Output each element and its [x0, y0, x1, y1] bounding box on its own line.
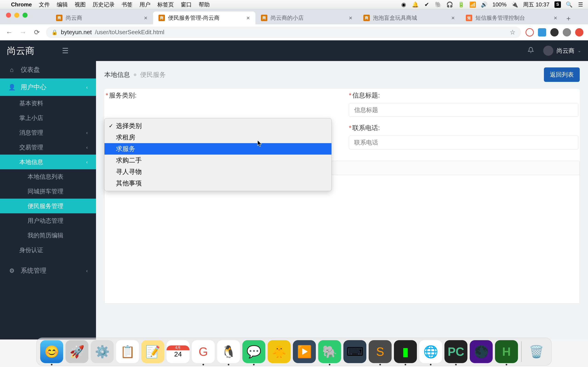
headphones-icon[interactable]: 🎧: [447, 1, 453, 8]
forward-button[interactable]: →: [18, 28, 27, 37]
list-icon[interactable]: ☰: [578, 1, 584, 8]
address-field[interactable]: 🔒 byteyun.net/user/toUserSeekEdit.html ☆: [46, 27, 521, 38]
tab-close-icon[interactable]: ×: [554, 15, 557, 22]
dropdown-item-2[interactable]: 求服务: [104, 143, 331, 155]
dock-terminal-like-icon[interactable]: ⌨: [343, 340, 366, 363]
dock-launchpad-icon[interactable]: 🚀: [65, 340, 88, 363]
back-button[interactable]: ←: [5, 28, 14, 37]
sidebar-item-msg-mgmt[interactable]: 消息管理 ‹: [0, 125, 96, 140]
hamburger-icon[interactable]: ☰: [62, 46, 69, 55]
menubar-tabs[interactable]: 标签页: [157, 1, 174, 8]
info-title-input[interactable]: [349, 103, 578, 117]
required-icon: *: [106, 92, 108, 99]
menubar-history[interactable]: 历史记录: [93, 1, 115, 8]
dock-pdf-icon[interactable]: G: [192, 340, 215, 363]
dock-calendar-icon[interactable]: 4月24: [166, 340, 190, 363]
sidebar-item-civic-service[interactable]: 便民服务管理: [0, 199, 96, 213]
ext-icon-1[interactable]: [526, 28, 534, 36]
reload-button[interactable]: ⟳: [32, 28, 41, 37]
ext-icon-2[interactable]: [538, 28, 546, 36]
minimize-window-icon[interactable]: [14, 13, 19, 18]
dropdown-item-3[interactable]: 求购二手: [104, 155, 331, 166]
menubar-edit[interactable]: 编辑: [57, 1, 68, 8]
menubar-bookmarks[interactable]: 书签: [121, 1, 132, 8]
dropdown-item-4[interactable]: 寻人寻物: [104, 166, 331, 177]
profile-icon[interactable]: [563, 28, 571, 36]
sidebar-item-dashboard[interactable]: ⌂ 仪表盘: [0, 61, 96, 78]
dock-eclipse-icon[interactable]: 🌑: [470, 340, 493, 363]
menubar-window[interactable]: 窗口: [181, 1, 192, 8]
form-col-contact: * 联系电话:: [349, 124, 578, 149]
back-list-button[interactable]: 返回列表: [544, 67, 580, 82]
dock-reminders-icon[interactable]: 📋: [116, 340, 139, 363]
dropdown-item-1[interactable]: 求租房: [104, 132, 331, 143]
menubar-help[interactable]: 帮助: [199, 1, 210, 8]
fullscreen-window-icon[interactable]: [23, 13, 27, 18]
bell-icon[interactable]: [527, 47, 534, 55]
sidebar-item-system[interactable]: ⚙ 系统管理 ‹: [0, 262, 96, 279]
dropdown-item-0[interactable]: ✓ 选择类别: [104, 120, 331, 132]
breadcrumb-root[interactable]: 本地信息: [104, 70, 130, 79]
menubar-user[interactable]: 用户: [139, 1, 150, 8]
notification-icon[interactable]: 🔔: [412, 1, 418, 8]
sidebar-item-user-center[interactable]: 👤 用户中心 ‹: [0, 78, 96, 96]
battery-icon[interactable]: 🔋: [458, 1, 464, 8]
tab-0[interactable]: 商 尚云商 ×: [51, 11, 153, 24]
dock-terminal-icon[interactable]: ▮: [394, 340, 417, 363]
dropdown-item-5[interactable]: 其他事项: [104, 177, 331, 189]
volume-icon[interactable]: 🔊: [481, 1, 487, 8]
dock-notes-icon[interactable]: 📝: [141, 340, 164, 363]
sidebar-item-carpool[interactable]: 同城拼车管理: [0, 184, 96, 199]
spotlight-icon[interactable]: 🔍: [566, 1, 572, 8]
dock-chick-icon[interactable]: 🐥: [268, 340, 291, 363]
sidebar-item-user-moments[interactable]: 用户动态管理: [0, 213, 96, 228]
ext-icon-4[interactable]: [575, 28, 583, 36]
dock-pycharm-icon[interactable]: PC: [444, 340, 467, 363]
status-icon[interactable]: ◉: [401, 1, 407, 8]
tab-close-icon[interactable]: ×: [349, 15, 352, 22]
input-method-icon[interactable]: S: [554, 1, 561, 8]
app-logo[interactable]: 尚云商: [7, 44, 35, 57]
sidebar-item-basic-info[interactable]: 基本资料: [0, 96, 96, 110]
dock-wechat-icon[interactable]: 💬: [242, 340, 265, 363]
close-window-icon[interactable]: [6, 13, 11, 18]
tab-close-icon[interactable]: ×: [246, 15, 250, 22]
bookmark-star-icon[interactable]: ☆: [510, 28, 515, 36]
sidebar-item-pocket-shop[interactable]: 掌上小店: [0, 110, 96, 125]
ext-icon-3[interactable]: [550, 28, 559, 36]
sidebar-item-local-info[interactable]: 本地信息 ‹: [0, 155, 96, 169]
contact-input[interactable]: [349, 135, 578, 149]
dock-quicktime-icon[interactable]: ▶️: [293, 340, 316, 363]
evernote-icon[interactable]: 🐘: [435, 1, 441, 8]
wifi-icon[interactable]: 📶: [469, 1, 476, 8]
sidebar-item-trade-mgmt[interactable]: 交易管理 ‹: [0, 140, 96, 155]
clock[interactable]: 周五 10:37: [523, 1, 549, 8]
user-menu[interactable]: 尚云商 ⌄: [543, 46, 581, 56]
tab-3[interactable]: 商 泡泡盲盒玩具商城 ×: [358, 11, 460, 24]
editor-body[interactable]: [104, 175, 579, 303]
sidebar-item-local-list[interactable]: 本地信息列表: [0, 169, 96, 184]
sidebar-item-resume-edit[interactable]: 我的简历编辑: [0, 228, 96, 243]
dock-settings-icon[interactable]: ⚙️: [91, 340, 114, 363]
dock-chrome-icon[interactable]: 🌐: [419, 340, 442, 363]
dock-finder-icon[interactable]: 😊: [40, 340, 63, 363]
battery-percent[interactable]: 100%: [493, 1, 506, 8]
dock-sublime-icon[interactable]: S: [369, 340, 392, 363]
dock-evernote-icon[interactable]: 🐘: [318, 340, 341, 363]
menubar-app[interactable]: Chrome: [11, 1, 32, 8]
sidebar: ⌂ 仪表盘 👤 用户中心 ‹ 基本资料 掌上小店 消息管理 ‹ 交易管理 ‹ 本…: [0, 61, 96, 340]
tab-close-icon[interactable]: ×: [451, 15, 455, 22]
sidebar-item-identity[interactable]: 身份认证: [0, 243, 96, 257]
dock-trash-icon[interactable]: 🗑️: [525, 340, 548, 363]
tab-close-icon[interactable]: ×: [144, 15, 147, 22]
tab-4[interactable]: 短 短信服务管理控制台 ×: [460, 11, 563, 24]
new-tab-button[interactable]: +: [563, 13, 574, 24]
user-name: 尚云商: [556, 47, 574, 55]
dock-qq-icon[interactable]: 🐧: [217, 340, 240, 363]
menubar-file[interactable]: 文件: [39, 1, 50, 8]
tab-1[interactable]: 商 便民服务管理-尚云商 ×: [153, 11, 255, 24]
dock-hbuilder-icon[interactable]: H: [495, 340, 518, 363]
app-icon[interactable]: ✔: [424, 1, 430, 8]
tab-2[interactable]: 商 尚云商的小店 ×: [255, 11, 358, 24]
menubar-view[interactable]: 视图: [75, 1, 86, 8]
